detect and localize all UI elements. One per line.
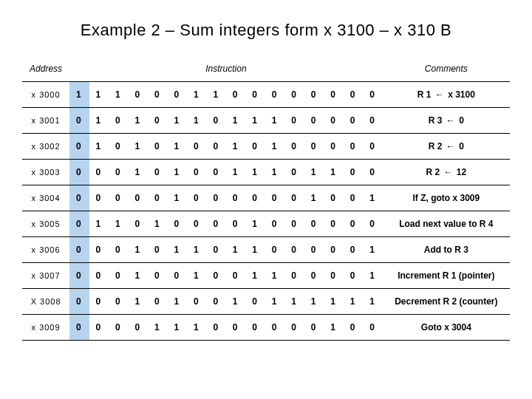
table-row: x 30020101010010100000R 2 ← 0: [22, 134, 510, 160]
bit-cell: 0: [69, 160, 89, 185]
bit-cell: 1: [89, 82, 109, 108]
bit-cell: 1: [89, 108, 109, 134]
table-row: x 30090000111000000100Goto x 3004: [22, 315, 510, 341]
bit-cell: 0: [304, 134, 324, 160]
bit-cell: 0: [148, 134, 167, 160]
bit-cell: 1: [363, 185, 382, 211]
bit-cell: 0: [148, 263, 167, 289]
bit-cell: 0: [226, 185, 245, 211]
bit-cell: 0: [89, 289, 109, 315]
bit-cell: 1: [187, 82, 206, 108]
bit-cell: 0: [187, 160, 206, 185]
address-cell: x 3009: [22, 315, 69, 341]
address-cell: x 3007: [22, 263, 69, 289]
address-cell: x 3002: [22, 134, 69, 160]
bit-cell: 0: [69, 263, 89, 289]
bit-cell: 0: [109, 134, 128, 160]
bit-cell: 0: [226, 82, 245, 108]
bit-cell: 1: [344, 289, 363, 315]
bit-cell: 1: [69, 82, 89, 108]
header-comments: Comments: [383, 56, 510, 82]
bit-cell: 0: [304, 315, 324, 341]
bit-cell: 0: [206, 134, 225, 160]
table-row: x 30050110100001000000Load next value to…: [22, 211, 510, 237]
bit-cell: 0: [245, 315, 265, 341]
bit-cell: 0: [109, 289, 128, 315]
bit-cell: 1: [245, 263, 265, 289]
bit-cell: 1: [187, 315, 206, 341]
page-title: Example 2 – Sum integers form x 3100 – x…: [22, 21, 510, 40]
bit-cell: 1: [304, 160, 324, 185]
bit-cell: 1: [187, 108, 206, 134]
bit-cell: 1: [187, 237, 206, 263]
bit-cell: 0: [148, 289, 167, 315]
bit-cell: 0: [148, 108, 167, 134]
bit-cell: 1: [148, 211, 167, 237]
table-row: x 30010101011011100000R 3 ← 0: [22, 108, 510, 134]
bit-cell: 1: [245, 108, 265, 134]
bit-cell: 0: [226, 263, 245, 289]
bit-cell: 0: [284, 108, 304, 134]
table-row: x 30030001010011101100R 2 ← 12: [22, 160, 510, 185]
bit-cell: 0: [344, 82, 363, 108]
bit-cell: 0: [109, 237, 128, 263]
bit-cell: 0: [89, 263, 109, 289]
bit-cell: 0: [148, 237, 167, 263]
bit-cell: 1: [226, 237, 245, 263]
bit-cell: 0: [187, 185, 206, 211]
bit-cell: 0: [129, 82, 148, 108]
comment-post: 0: [457, 115, 464, 126]
bit-cell: 1: [245, 160, 265, 185]
bit-cell: 1: [109, 82, 128, 108]
bit-cell: 0: [284, 211, 304, 237]
comment-cell: R 3 ← 0: [383, 108, 510, 134]
bit-cell: 1: [226, 134, 245, 160]
bit-cell: 0: [265, 315, 284, 341]
bit-cell: 0: [109, 108, 128, 134]
bit-cell: 1: [226, 289, 245, 315]
bit-cell: 0: [206, 263, 225, 289]
bit-cell: 1: [129, 160, 148, 185]
comment-cell: R 1 ← x 3100: [383, 82, 510, 108]
bit-cell: 0: [344, 108, 363, 134]
address-cell: x 3001: [22, 108, 69, 134]
bit-cell: 1: [168, 134, 187, 160]
bit-cell: 0: [245, 185, 265, 211]
bit-cell: 1: [226, 160, 245, 185]
bit-cell: 0: [284, 237, 304, 263]
bit-cell: 0: [344, 134, 363, 160]
bit-cell: 0: [89, 237, 109, 263]
table-row: x 30040000010000001001If Z, goto x 3009: [22, 185, 510, 211]
address-cell: X 3008: [22, 289, 69, 315]
arrow-left-icon: ←: [445, 115, 457, 126]
bit-cell: 1: [206, 82, 225, 108]
bit-cell: 1: [265, 108, 284, 134]
bit-cell: 0: [344, 263, 363, 289]
bit-cell: 0: [148, 82, 167, 108]
bit-cell: 0: [363, 315, 382, 341]
bit-cell: 0: [265, 237, 284, 263]
bit-cell: 0: [226, 211, 245, 237]
bit-cell: 1: [245, 237, 265, 263]
header-address: Address: [22, 56, 69, 82]
bit-cell: 0: [109, 185, 128, 211]
bit-cell: 1: [363, 289, 382, 315]
bit-cell: 0: [324, 263, 343, 289]
comment-cell: If Z, goto x 3009: [383, 185, 510, 211]
bit-cell: 0: [284, 160, 304, 185]
bit-cell: 1: [109, 211, 128, 237]
bit-cell: 0: [206, 185, 225, 211]
bit-cell: 0: [363, 82, 382, 108]
bit-cell: 0: [344, 211, 363, 237]
bit-cell: 0: [304, 263, 324, 289]
comment-cell: R 2 ← 12: [383, 160, 510, 185]
bit-cell: 0: [245, 289, 265, 315]
bit-cell: 0: [344, 315, 363, 341]
bit-cell: 0: [206, 160, 225, 185]
bit-cell: 0: [245, 134, 265, 160]
arrow-left-icon: ←: [445, 141, 457, 151]
comment-post: 0: [457, 141, 464, 151]
bit-cell: 0: [304, 211, 324, 237]
comment-pre: R 2: [429, 141, 445, 151]
address-cell: x 3005: [22, 211, 69, 237]
